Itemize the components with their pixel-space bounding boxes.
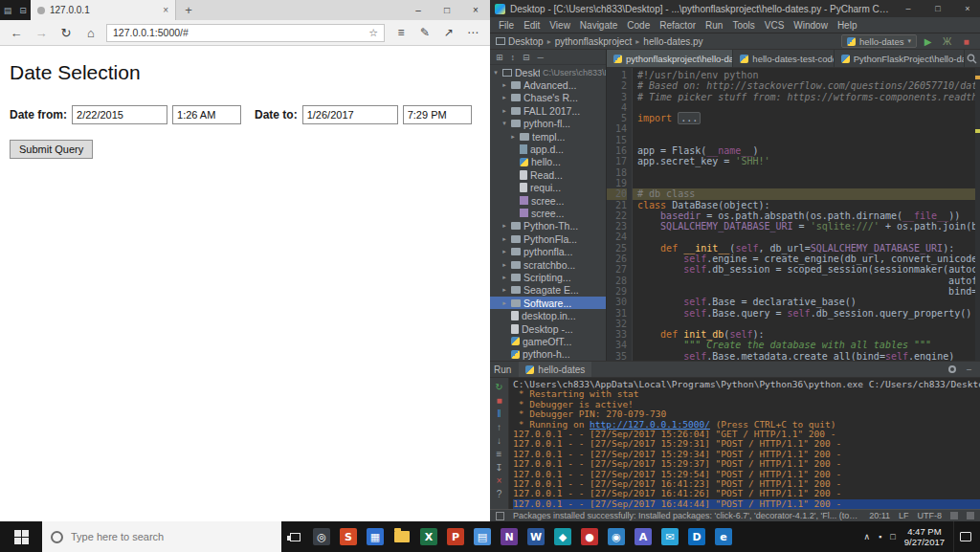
tree-item[interactable]: ▸templ... xyxy=(490,130,606,143)
tree-item[interactable]: ▾DesktopC:\Users\ch833\Desktop xyxy=(490,66,606,78)
search-input[interactable] xyxy=(71,531,273,542)
taskbar-defender-icon[interactable]: D xyxy=(683,521,710,552)
pycharm-maximize-button[interactable]: □ xyxy=(925,0,950,17)
taskbar-onenote-icon[interactable]: N xyxy=(496,521,523,552)
menu-navigate[interactable]: Navigate xyxy=(575,20,622,31)
taskbar-app-icon[interactable]: ◎ xyxy=(308,521,335,552)
pause-output-icon[interactable]: ‖ xyxy=(492,408,507,420)
menu-edit[interactable]: Edit xyxy=(519,20,545,31)
close-button[interactable]: × xyxy=(461,0,490,20)
code-editor[interactable]: 1234514151617181920212223242526272829303… xyxy=(607,68,980,361)
help-icon[interactable]: ? xyxy=(492,488,507,500)
toolwindow-toggle-icon[interactable] xyxy=(496,512,504,520)
chevron-right-icon[interactable]: ▸ xyxy=(501,235,508,243)
chevron-right-icon[interactable]: ▸ xyxy=(501,222,508,230)
taskbar-word-icon[interactable]: W xyxy=(523,521,549,552)
hide-panel-icon[interactable]: ─ xyxy=(538,53,544,62)
start-button[interactable] xyxy=(0,521,42,552)
forward-button[interactable]: → xyxy=(32,23,51,42)
tree-item[interactable]: ▸Seagate E... xyxy=(490,284,606,297)
time-from-input[interactable] xyxy=(172,105,241,124)
tree-item[interactable]: gameOfT... xyxy=(490,335,606,347)
clear-console-icon[interactable]: × xyxy=(492,475,507,487)
tree-item[interactable]: desktop.in... xyxy=(490,309,606,321)
favorite-star-icon[interactable]: ☆ xyxy=(368,27,378,39)
browser-tab[interactable]: 127.0.0.1 × xyxy=(31,0,176,20)
tabs-set-aside-icon[interactable]: ⊟ xyxy=(15,0,31,20)
web-note-icon[interactable]: ✎ xyxy=(414,23,435,42)
up-stack-icon[interactable]: ↑ xyxy=(492,421,507,433)
menu-file[interactable]: File xyxy=(494,20,519,31)
taskbar-app-icon[interactable]: S xyxy=(335,521,362,552)
address-bar[interactable]: 127.0.0.1:5000/# ☆ xyxy=(106,24,385,42)
run-tab[interactable]: hello-dates xyxy=(519,362,591,377)
run-console[interactable]: C:\Users\ch833\AppData\Local\Programs\Py… xyxy=(509,378,980,509)
chevron-right-icon[interactable]: ▸ xyxy=(501,274,508,281)
tray-icon[interactable]: ▪ xyxy=(879,532,881,541)
tree-item[interactable]: ▾python-fl... xyxy=(490,118,606,130)
editor-tab[interactable]: hello-dates-test-code.py× xyxy=(733,50,834,67)
caret-position[interactable]: 20:11 xyxy=(869,511,890,520)
stop-button[interactable]: ■ xyxy=(958,36,974,47)
editor-tab[interactable]: PythonFlaskProject\hello-dates.py× xyxy=(835,50,965,67)
menu-vcs[interactable]: VCS xyxy=(760,20,790,31)
soft-wrap-icon[interactable]: ≡ xyxy=(492,448,507,460)
fold-placeholder[interactable]: ... xyxy=(678,112,701,124)
menu-view[interactable]: View xyxy=(545,20,575,31)
editor-tab[interactable]: pythonflaskproject\hello-dates.py× xyxy=(607,50,733,67)
time-to-input[interactable] xyxy=(403,105,472,124)
date-to-input[interactable] xyxy=(302,105,398,124)
tree-item[interactable]: ▸scratchbo... xyxy=(490,258,606,271)
taskbar-powerpoint-icon[interactable]: P xyxy=(442,521,469,552)
scroll-to-end-icon[interactable]: ↧ xyxy=(492,461,507,474)
tree-item[interactable]: ▸Chase's R... xyxy=(490,92,606,104)
maximize-button[interactable]: □ xyxy=(433,0,461,20)
tree-item[interactable]: scree... xyxy=(490,207,606,219)
menu-code[interactable]: Code xyxy=(622,20,655,31)
menu-run[interactable]: Run xyxy=(701,20,727,31)
tree-item[interactable]: ▸pythonfla... xyxy=(490,245,606,257)
home-button[interactable]: ⌂ xyxy=(81,23,100,42)
lock-icon[interactable] xyxy=(950,512,958,519)
taskbar-app-icon[interactable]: ◆ xyxy=(549,521,576,552)
tree-item[interactable]: ▸Scripting... xyxy=(490,271,606,283)
breadcrumb-item[interactable]: pythonflaskproject xyxy=(555,36,633,47)
project-options-icon[interactable]: ⊞ xyxy=(496,53,503,62)
refresh-button[interactable]: ↻ xyxy=(56,23,76,42)
tree-item[interactable]: Read... xyxy=(490,168,606,181)
taskbar-excel-icon[interactable]: X xyxy=(415,521,442,552)
rerun-icon[interactable]: ↻ xyxy=(492,381,507,393)
taskbar-edge-icon[interactable]: e xyxy=(710,521,737,552)
run-settings-gear-icon[interactable] xyxy=(948,365,956,373)
chevron-right-icon[interactable]: ▸ xyxy=(501,299,508,307)
taskbar-app-icon[interactable]: ▤ xyxy=(469,521,496,552)
back-button[interactable]: ← xyxy=(7,23,26,42)
tab-close-icon[interactable]: × xyxy=(163,5,168,15)
task-view-button[interactable] xyxy=(281,521,308,552)
down-stack-icon[interactable]: ↓ xyxy=(492,434,507,447)
menu-tools[interactable]: Tools xyxy=(727,20,759,31)
chevron-right-icon[interactable]: ▸ xyxy=(501,81,508,89)
tray-expand-icon[interactable]: ∧ xyxy=(864,532,871,541)
chevron-right-icon[interactable]: ▸ xyxy=(509,133,517,141)
tab-preview-icon[interactable]: ▤ xyxy=(0,0,15,20)
taskbar-clock[interactable]: 4:47 PM 9/27/2017 xyxy=(904,526,945,547)
tree-item[interactable]: ▸PythonFla... xyxy=(490,232,606,245)
run-button[interactable]: ▶ xyxy=(920,36,936,47)
chevron-right-icon[interactable]: ▸ xyxy=(501,286,508,294)
taskbar-app-icon[interactable]: ▦ xyxy=(362,521,389,552)
taskbar-app-icon[interactable]: A xyxy=(630,521,657,552)
chevron-right-icon[interactable]: ▸ xyxy=(501,107,508,115)
more-options-icon[interactable]: ⋯ xyxy=(462,23,483,42)
search-everywhere-icon[interactable] xyxy=(965,50,980,67)
tree-item[interactable]: hello... xyxy=(490,156,606,168)
pycharm-close-button[interactable]: × xyxy=(955,0,980,17)
chevron-down-icon[interactable]: ▾ xyxy=(492,69,500,77)
tree-item[interactable]: ▸Python-Th... xyxy=(490,220,606,232)
breadcrumb-item[interactable]: Desktop xyxy=(508,36,544,47)
action-center-button[interactable] xyxy=(953,521,976,552)
chevron-right-icon[interactable]: ▸ xyxy=(501,248,508,255)
run-configuration-select[interactable]: hello-dates ▾ xyxy=(841,34,917,48)
inspections-icon[interactable] xyxy=(967,512,974,519)
taskbar-app-icon[interactable]: ● xyxy=(576,521,603,552)
